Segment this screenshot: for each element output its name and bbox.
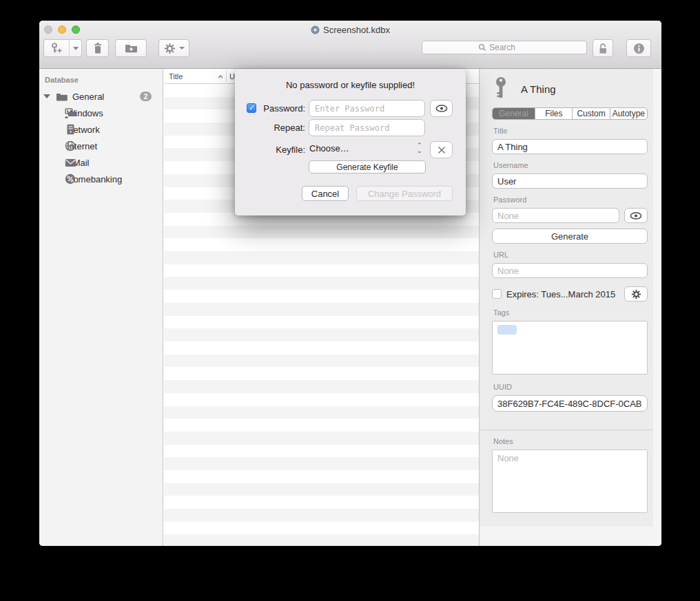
username-field-label: Username	[493, 161, 646, 169]
folder-plus-icon	[124, 43, 138, 54]
search-input[interactable]	[489, 43, 531, 52]
stepper-icon[interactable]: ⌃⌄	[417, 143, 422, 154]
uuid-field[interactable]	[492, 395, 648, 412]
trash-icon	[92, 42, 103, 54]
show-password-button[interactable]	[430, 100, 453, 117]
username-field[interactable]	[492, 173, 648, 189]
column-divider[interactable]	[226, 70, 227, 82]
uuid-label: UUID	[493, 383, 646, 391]
enter-password-input[interactable]	[309, 100, 425, 117]
action-button[interactable]	[158, 39, 189, 57]
window-chrome: Screenshot.kdbx Add Entry	[39, 21, 661, 69]
search-icon	[478, 43, 486, 52]
gear-icon	[631, 289, 641, 299]
screen: Screenshot.kdbx Add Entry	[0, 0, 700, 601]
sidebar-item-general[interactable]: General 2	[39, 88, 163, 105]
window-title: Screenshot.kdbx	[323, 25, 390, 35]
chevron-down-icon	[179, 47, 185, 50]
app-window: Screenshot.kdbx Add Entry	[39, 21, 661, 546]
change-password-dialog: No password or keyfile supplied! Passwor…	[235, 69, 466, 215]
keyfile-row: Keyfile: Choose… ⌃⌄	[235, 141, 466, 159]
column-header-title[interactable]: Title	[169, 72, 217, 81]
section-divider	[480, 430, 661, 430]
keyfile-label: Keyfile:	[256, 145, 305, 155]
info-icon	[633, 43, 645, 54]
generate-password-button[interactable]: Generate	[492, 229, 648, 244]
envelope-icon	[64, 158, 76, 167]
add-entry-button[interactable]	[43, 39, 69, 57]
percent-circle-icon	[64, 173, 76, 184]
repeat-row: Repeat:	[235, 119, 466, 137]
entry-count-badge: 2	[140, 92, 152, 101]
add-entry-dropdown-button[interactable]	[69, 39, 82, 57]
tags-box[interactable]	[492, 321, 648, 375]
tab-files[interactable]: Files	[535, 108, 572, 119]
inspector-scrollbar[interactable]	[653, 69, 661, 546]
globe-icon	[64, 140, 76, 151]
title-field-label: Title	[493, 127, 646, 135]
tab-custom[interactable]: Custom	[572, 108, 609, 119]
lock-button[interactable]	[593, 39, 613, 57]
password-field-label: Password	[493, 196, 646, 204]
sidebar-item-label: General	[72, 92, 104, 102]
unlock-icon	[597, 43, 608, 54]
url-field[interactable]	[492, 263, 648, 278]
add-group-button[interactable]	[115, 39, 147, 57]
tag-pill[interactable]	[497, 325, 517, 335]
sidebar-item-email[interactable]: EMail	[39, 154, 163, 171]
server-icon	[64, 124, 76, 135]
url-field-label: URL	[493, 251, 646, 259]
tab-autotype[interactable]: Autotype	[610, 108, 647, 119]
key-icon	[493, 76, 508, 101]
folder-icon	[55, 92, 68, 101]
sidebar-item-homebanking[interactable]: Homebanking	[39, 171, 163, 187]
disclosure-triangle-icon[interactable]	[43, 94, 50, 98]
sidebar-item-network[interactable]: Network	[39, 121, 163, 138]
reveal-password-button[interactable]	[624, 208, 648, 223]
windows-network-icon	[64, 108, 76, 118]
title-field[interactable]	[492, 139, 648, 154]
repeat-password-input[interactable]	[309, 119, 425, 136]
sidebar-item-internet[interactable]: Internet	[39, 138, 163, 154]
password-field[interactable]	[492, 208, 619, 223]
password-checkbox[interactable]	[247, 103, 256, 113]
key-plus-icon	[50, 42, 63, 54]
repeat-label: Repeat:	[256, 123, 305, 133]
titlebar: Screenshot.kdbx	[39, 23, 661, 36]
change-password-button[interactable]: Change Password	[356, 186, 453, 201]
notes-label: Notes	[493, 437, 646, 445]
inspector-button[interactable]	[626, 39, 651, 57]
clear-keyfile-button[interactable]	[430, 141, 453, 158]
eye-icon	[630, 212, 642, 220]
tab-general[interactable]: General	[493, 108, 535, 119]
dialog-message: No password or keyfile supplied!	[235, 80, 466, 90]
inspector-footer	[479, 527, 661, 546]
chevron-down-icon	[73, 47, 79, 50]
cancel-button[interactable]: Cancel	[302, 186, 349, 201]
expires-label: Expires: Tues...March 2015	[506, 289, 619, 299]
expires-row: Expires: Tues...March 2015	[492, 286, 648, 302]
inspector-tabs: General Files Custom Autotype	[492, 107, 648, 120]
password-row: Password:	[235, 100, 466, 118]
entry-title: A Thing	[521, 83, 556, 95]
notes-field[interactable]	[492, 450, 648, 513]
gear-icon	[164, 43, 176, 54]
password-label: Password:	[256, 103, 305, 114]
entry-header: A Thing	[493, 76, 648, 102]
eye-icon	[435, 105, 448, 112]
close-x-icon	[438, 146, 446, 154]
document-proxy-icon	[311, 25, 320, 34]
tags-label: Tags	[493, 308, 646, 317]
inspector-panel: A Thing General Files Custom Autotype Ti…	[479, 69, 661, 546]
expires-checkbox[interactable]	[492, 289, 502, 299]
sort-ascending-icon	[218, 75, 223, 78]
sidebar-item-windows[interactable]: Windows	[39, 105, 163, 121]
column-header-username[interactable]: U	[229, 72, 235, 81]
keyfile-popup[interactable]: Choose…	[309, 143, 349, 154]
delete-button[interactable]	[86, 39, 109, 57]
sidebar: Database General 2	[39, 69, 163, 546]
generate-keyfile-button[interactable]: Generate Keyfile	[309, 160, 426, 173]
sidebar-section-header: Database	[45, 76, 163, 84]
search-box[interactable]	[422, 41, 587, 54]
expires-settings-button[interactable]	[624, 286, 648, 302]
